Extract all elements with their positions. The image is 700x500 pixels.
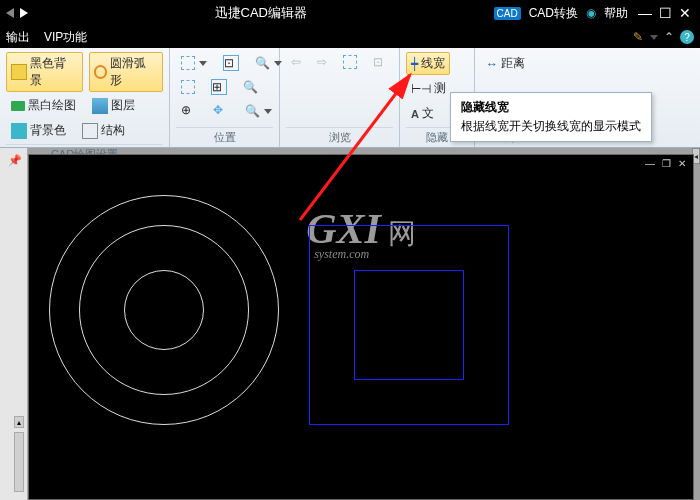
magnifier-3-icon: 🔍 [245,104,260,118]
scrollbar-grip[interactable] [14,432,24,492]
annotation-arrow-icon [290,60,430,230]
black-bg-button[interactable]: 黑色背景 [6,52,83,92]
square-inner [354,270,464,380]
app-title: 迅捷CAD编辑器 [28,4,494,22]
pos-btn-5[interactable]: ⊕ [176,100,202,122]
lineweight-tooltip: 隐藏线宽 根据线宽开关切换线宽的显示模式 [450,92,652,142]
pen-icon[interactable]: ✎ [633,30,643,44]
bg-color-button[interactable]: 背景色 [6,119,71,142]
pos-btn-2[interactable]: ⊡ [218,52,244,74]
distance-label: 距离 [501,55,525,72]
help-circle-icon[interactable]: ? [680,30,694,44]
tab-output[interactable]: 输出 [6,29,30,46]
structure-icon [82,123,98,139]
layers-label: 图层 [111,97,135,114]
group2-label: 位置 [176,127,273,147]
distance-icon: ↔ [486,57,498,71]
measure-short-label: 测 [434,80,446,97]
zoom-1-button[interactable]: 🔍 [238,77,263,97]
group-cad-settings: 黑色背景 圆滑弧形 黑白绘图 图层 背景色 结构 [0,48,170,147]
move-icon: ⊕ [181,103,197,119]
tab-row: 输出 VIP功能 ✎ ⌃ ? [0,26,700,48]
magnifier-1-icon: 🔍 [243,80,258,94]
minimize-button[interactable]: — [636,5,654,21]
fit-icon: ⊡ [223,55,239,71]
distance-button[interactable]: ↔ 距离 [481,52,530,75]
bw-drawing-label: 黑白绘图 [28,97,76,114]
black-bg-icon [11,64,27,80]
bg-color-label: 背景色 [30,122,66,139]
smooth-arc-label: 圆滑弧形 [110,55,158,89]
extent-icon: ⊞ [211,79,227,95]
bgcolor-icon [11,123,27,139]
circle-inner [124,270,204,350]
structure-label: 结构 [101,122,125,139]
tooltip-title: 隐藏线宽 [461,99,641,116]
pos-btn-1[interactable] [176,53,212,73]
rect-select-icon [181,56,195,70]
group-position: ⊡ 🔍 ⊞ 🔍 ⊕ ✥ 🔍 位置 [170,48,280,147]
arc-icon [94,65,108,79]
pan-icon: ✥ [213,103,229,119]
bw-drawing-button[interactable]: 黑白绘图 [6,94,81,117]
help-link[interactable]: 帮助 [604,5,628,22]
dropdown-caret-icon[interactable] [650,35,658,40]
smooth-arc-button[interactable]: 圆滑弧形 [89,52,164,92]
layers-icon [92,98,108,114]
cad-badge-icon: CAD [494,7,521,20]
black-bg-label: 黑色背景 [30,55,78,89]
maximize-button[interactable]: ☐ [656,5,674,21]
tab-vip[interactable]: VIP功能 [44,29,87,46]
cad-convert-link[interactable]: CAD转换 [529,5,578,22]
back-icon[interactable] [6,8,14,18]
tooltip-body: 根据线宽开关切换线宽的显示模式 [461,118,641,135]
scroll-up-button[interactable]: ▴ [14,416,24,428]
title-bar: 迅捷CAD编辑器 CAD CAD转换 ◉ 帮助 — ☐ ✕ [0,0,700,26]
pos-btn-4[interactable]: ⊞ [206,76,232,98]
svg-line-0 [300,75,410,220]
expand-icon[interactable]: ⌃ [664,30,674,44]
pos-btn-3[interactable] [176,77,200,97]
help-icon: ◉ [586,6,596,20]
left-panel: 📌 ▴ [0,148,28,500]
structure-button[interactable]: 结构 [77,119,130,142]
close-button[interactable]: ✕ [676,5,694,21]
pos-btn-6[interactable]: ✥ [208,100,234,122]
bw-icon [11,101,25,111]
nav-arrows [6,8,28,18]
select-icon [181,80,195,94]
magnifier-icon: 🔍 [255,56,270,70]
pin-icon[interactable]: 📌 [8,154,22,167]
zoom-3-button[interactable]: 🔍 [240,101,277,121]
forward-icon[interactable] [20,8,28,18]
layers-button[interactable]: 图层 [87,94,140,117]
